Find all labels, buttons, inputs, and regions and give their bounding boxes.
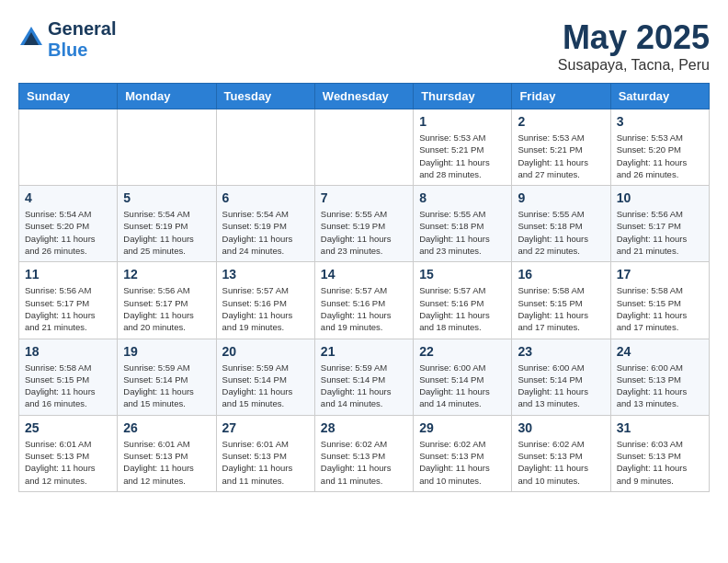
calendar-cell: 9Sunrise: 5:55 AM Sunset: 5:18 PM Daylig… [512, 186, 610, 262]
day-detail: Sunrise: 5:55 AM Sunset: 5:18 PM Dayligh… [518, 208, 604, 257]
day-number: 26 [123, 420, 210, 435]
calendar-cell: 19Sunrise: 5:59 AM Sunset: 5:14 PM Dayli… [118, 339, 216, 415]
calendar-week-2: 4Sunrise: 5:54 AM Sunset: 5:20 PM Daylig… [19, 186, 710, 262]
calendar-cell: 26Sunrise: 6:01 AM Sunset: 5:13 PM Dayli… [118, 415, 216, 491]
calendar-cell: 8Sunrise: 5:55 AM Sunset: 5:18 PM Daylig… [414, 186, 512, 262]
logo: General Blue [18, 18, 116, 61]
day-detail: Sunrise: 6:02 AM Sunset: 5:13 PM Dayligh… [321, 438, 407, 487]
calendar-cell [118, 109, 216, 186]
day-number: 5 [123, 190, 210, 205]
calendar-cell: 30Sunrise: 6:02 AM Sunset: 5:13 PM Dayli… [512, 415, 610, 491]
calendar-header-wednesday: Wednesday [314, 84, 413, 109]
day-number: 8 [419, 190, 506, 205]
calendar-cell: 1Sunrise: 5:53 AM Sunset: 5:21 PM Daylig… [414, 109, 512, 186]
calendar-header-thursday: Thursday [414, 84, 512, 109]
day-number: 14 [321, 267, 407, 282]
calendar-cell: 13Sunrise: 5:57 AM Sunset: 5:16 PM Dayli… [216, 262, 314, 339]
month-year: May 2025 [558, 18, 710, 57]
day-detail: Sunrise: 5:57 AM Sunset: 5:16 PM Dayligh… [222, 284, 309, 333]
day-detail: Sunrise: 5:57 AM Sunset: 5:16 PM Dayligh… [321, 284, 407, 333]
calendar-header-row: SundayMondayTuesdayWednesdayThursdayFrid… [19, 84, 710, 109]
day-number: 6 [222, 190, 309, 205]
calendar-cell [314, 109, 413, 186]
calendar-cell: 28Sunrise: 6:02 AM Sunset: 5:13 PM Dayli… [314, 415, 413, 491]
day-number: 28 [321, 420, 407, 435]
calendar-cell: 24Sunrise: 6:00 AM Sunset: 5:13 PM Dayli… [610, 339, 709, 415]
calendar-cell: 16Sunrise: 5:58 AM Sunset: 5:15 PM Dayli… [512, 262, 610, 339]
calendar-cell: 10Sunrise: 5:56 AM Sunset: 5:17 PM Dayli… [610, 186, 709, 262]
day-detail: Sunrise: 5:53 AM Sunset: 5:20 PM Dayligh… [617, 132, 703, 180]
day-number: 17 [617, 267, 703, 282]
day-detail: Sunrise: 6:00 AM Sunset: 5:14 PM Dayligh… [419, 362, 506, 410]
logo-blue: Blue [48, 40, 116, 61]
calendar-week-1: 1Sunrise: 5:53 AM Sunset: 5:21 PM Daylig… [19, 109, 710, 186]
calendar-table: SundayMondayTuesdayWednesdayThursdayFrid… [18, 83, 710, 492]
calendar-header-sunday: Sunday [19, 84, 118, 109]
location: Susapaya, Tacna, Peru [558, 57, 710, 74]
calendar-cell: 23Sunrise: 6:00 AM Sunset: 5:14 PM Dayli… [512, 339, 610, 415]
day-detail: Sunrise: 6:01 AM Sunset: 5:13 PM Dayligh… [123, 438, 210, 487]
day-detail: Sunrise: 6:02 AM Sunset: 5:13 PM Dayligh… [518, 438, 604, 487]
calendar-cell: 6Sunrise: 5:54 AM Sunset: 5:19 PM Daylig… [216, 186, 314, 262]
day-number: 20 [222, 344, 309, 359]
day-detail: Sunrise: 6:03 AM Sunset: 5:13 PM Dayligh… [617, 438, 703, 487]
calendar-cell: 4Sunrise: 5:54 AM Sunset: 5:20 PM Daylig… [19, 186, 118, 262]
day-number: 1 [419, 114, 506, 129]
day-detail: Sunrise: 5:59 AM Sunset: 5:14 PM Dayligh… [222, 362, 309, 410]
day-number: 22 [419, 344, 506, 359]
day-detail: Sunrise: 6:02 AM Sunset: 5:13 PM Dayligh… [419, 438, 506, 487]
day-detail: Sunrise: 5:54 AM Sunset: 5:19 PM Dayligh… [123, 208, 210, 257]
day-detail: Sunrise: 5:55 AM Sunset: 5:18 PM Dayligh… [419, 208, 506, 257]
calendar-cell: 21Sunrise: 5:59 AM Sunset: 5:14 PM Dayli… [314, 339, 413, 415]
calendar-cell: 7Sunrise: 5:55 AM Sunset: 5:19 PM Daylig… [314, 186, 413, 262]
calendar-cell: 5Sunrise: 5:54 AM Sunset: 5:19 PM Daylig… [118, 186, 216, 262]
calendar-cell: 3Sunrise: 5:53 AM Sunset: 5:20 PM Daylig… [610, 109, 709, 186]
day-detail: Sunrise: 5:58 AM Sunset: 5:15 PM Dayligh… [617, 284, 703, 333]
day-number: 24 [617, 344, 703, 359]
day-detail: Sunrise: 5:56 AM Sunset: 5:17 PM Dayligh… [123, 284, 210, 333]
day-detail: Sunrise: 6:00 AM Sunset: 5:14 PM Dayligh… [518, 362, 604, 410]
calendar-body: 1Sunrise: 5:53 AM Sunset: 5:21 PM Daylig… [19, 109, 710, 492]
day-number: 21 [321, 344, 407, 359]
day-number: 19 [123, 344, 210, 359]
calendar-header-tuesday: Tuesday [216, 84, 314, 109]
logo-icon [18, 25, 44, 54]
day-number: 10 [617, 190, 703, 205]
page-header: General Blue May 2025 Susapaya, Tacna, P… [18, 18, 710, 74]
calendar-cell [19, 109, 118, 186]
day-number: 12 [123, 267, 210, 282]
day-number: 13 [222, 267, 309, 282]
day-detail: Sunrise: 6:01 AM Sunset: 5:13 PM Dayligh… [25, 438, 111, 487]
day-detail: Sunrise: 5:54 AM Sunset: 5:20 PM Dayligh… [25, 208, 111, 257]
calendar-cell: 27Sunrise: 6:01 AM Sunset: 5:13 PM Dayli… [216, 415, 314, 491]
day-detail: Sunrise: 5:55 AM Sunset: 5:19 PM Dayligh… [321, 208, 407, 257]
day-detail: Sunrise: 5:59 AM Sunset: 5:14 PM Dayligh… [321, 362, 407, 410]
calendar-cell: 11Sunrise: 5:56 AM Sunset: 5:17 PM Dayli… [19, 262, 118, 339]
calendar-cell: 25Sunrise: 6:01 AM Sunset: 5:13 PM Dayli… [19, 415, 118, 491]
calendar-week-4: 18Sunrise: 5:58 AM Sunset: 5:15 PM Dayli… [19, 339, 710, 415]
day-number: 7 [321, 190, 407, 205]
day-number: 16 [518, 267, 604, 282]
calendar-cell: 20Sunrise: 5:59 AM Sunset: 5:14 PM Dayli… [216, 339, 314, 415]
logo-text: General Blue [48, 18, 116, 61]
calendar-header-monday: Monday [118, 84, 216, 109]
day-number: 27 [222, 420, 309, 435]
day-number: 30 [518, 420, 604, 435]
calendar-week-5: 25Sunrise: 6:01 AM Sunset: 5:13 PM Dayli… [19, 415, 710, 491]
day-detail: Sunrise: 5:58 AM Sunset: 5:15 PM Dayligh… [25, 362, 111, 410]
calendar-cell: 22Sunrise: 6:00 AM Sunset: 5:14 PM Dayli… [414, 339, 512, 415]
day-number: 31 [617, 420, 703, 435]
day-number: 15 [419, 267, 506, 282]
day-number: 23 [518, 344, 604, 359]
day-detail: Sunrise: 5:54 AM Sunset: 5:19 PM Dayligh… [222, 208, 309, 257]
calendar-cell: 15Sunrise: 5:57 AM Sunset: 5:16 PM Dayli… [414, 262, 512, 339]
day-detail: Sunrise: 5:57 AM Sunset: 5:16 PM Dayligh… [419, 284, 506, 333]
calendar-header-friday: Friday [512, 84, 610, 109]
logo-general: General [48, 18, 116, 40]
calendar-title: May 2025 Susapaya, Tacna, Peru [558, 18, 710, 74]
day-detail: Sunrise: 6:00 AM Sunset: 5:13 PM Dayligh… [617, 362, 703, 410]
day-number: 11 [25, 267, 111, 282]
day-detail: Sunrise: 5:59 AM Sunset: 5:14 PM Dayligh… [123, 362, 210, 410]
day-number: 25 [25, 420, 111, 435]
calendar-cell: 2Sunrise: 5:53 AM Sunset: 5:21 PM Daylig… [512, 109, 610, 186]
